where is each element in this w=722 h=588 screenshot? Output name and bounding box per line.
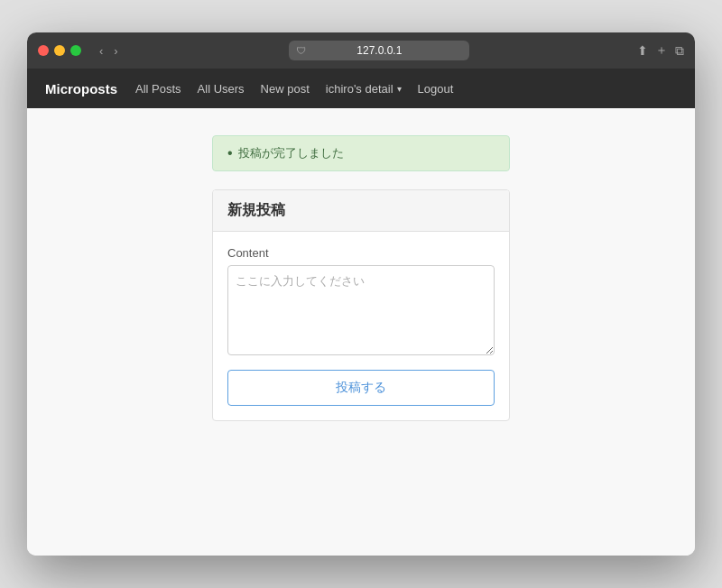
form-title: 新規投稿: [227, 201, 495, 220]
flash-message: • 投稿が完了しました: [212, 135, 510, 171]
content-input[interactable]: [227, 265, 495, 355]
traffic-lights: [38, 45, 81, 56]
address-bar-wrapper: 🛡 127.0.0.1: [129, 41, 630, 60]
detail-dropdown[interactable]: ichiro's detail ▾: [326, 82, 402, 96]
content-label: Content: [227, 246, 495, 260]
navbar: Microposts All Posts All Users New post …: [27, 69, 695, 108]
minimize-button[interactable]: [54, 45, 65, 56]
navbar-links: All Posts All Users New post ichiro's de…: [135, 82, 677, 96]
all-users-link[interactable]: All Users: [198, 82, 245, 96]
form-card: 新規投稿 Content 投稿する: [212, 189, 510, 421]
form-card-header: 新規投稿: [213, 190, 509, 232]
tabs-icon[interactable]: ⧉: [675, 43, 684, 59]
form-card-body: Content 投稿する: [213, 232, 509, 420]
close-button[interactable]: [38, 45, 49, 56]
submit-button[interactable]: 投稿する: [227, 370, 495, 406]
url-display: 127.0.0.1: [356, 44, 402, 57]
all-posts-link[interactable]: All Posts: [135, 82, 181, 96]
brand-link[interactable]: Microposts: [45, 81, 117, 96]
detail-dropdown-label: ichiro's detail: [326, 82, 393, 96]
address-bar[interactable]: 🛡 127.0.0.1: [289, 41, 469, 60]
shield-icon: 🛡: [296, 45, 306, 56]
maximize-button[interactable]: [70, 45, 81, 56]
back-button[interactable]: ‹: [96, 42, 106, 60]
browser-nav: ‹ ›: [96, 42, 122, 60]
title-bar-actions: ⬆ ＋ ⧉: [637, 42, 684, 59]
chevron-down-icon: ▾: [397, 84, 402, 94]
title-bar: ‹ › 🛡 127.0.0.1 ⬆ ＋ ⧉: [27, 32, 695, 69]
flash-bullet: •: [227, 145, 233, 161]
forward-button[interactable]: ›: [110, 42, 121, 60]
flash-text: 投稿が完了しました: [238, 145, 344, 161]
page-content: • 投稿が完了しました 新規投稿 Content 投稿する: [27, 108, 695, 556]
logout-link[interactable]: Logout: [418, 82, 454, 96]
share-icon[interactable]: ⬆: [637, 43, 648, 58]
browser-window: ‹ › 🛡 127.0.0.1 ⬆ ＋ ⧉ Microposts All Pos…: [27, 32, 695, 556]
new-tab-icon[interactable]: ＋: [655, 42, 668, 59]
new-post-link[interactable]: New post: [261, 82, 310, 96]
